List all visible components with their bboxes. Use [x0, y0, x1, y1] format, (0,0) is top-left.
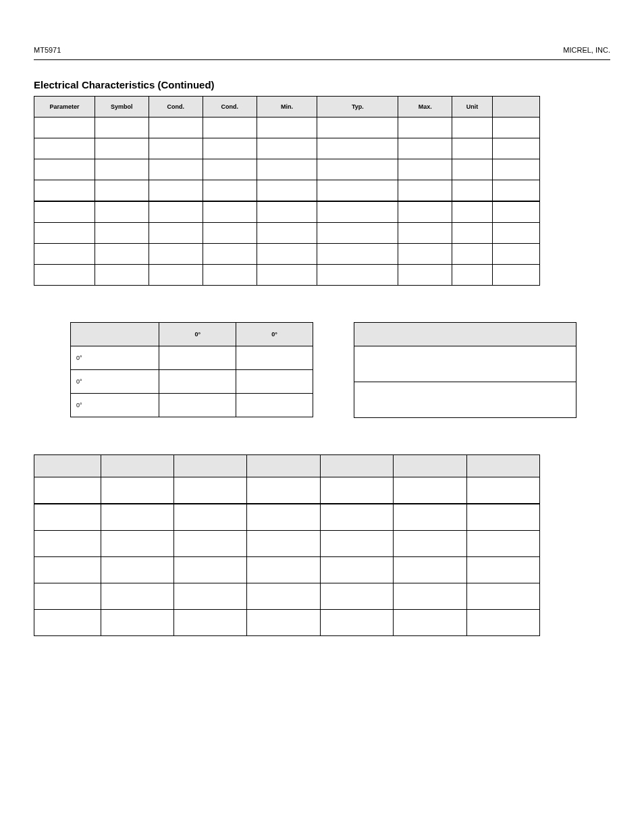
- table-row: [34, 223, 540, 244]
- table-row: 0°: [71, 370, 313, 394]
- table-row: [34, 557, 540, 583]
- th: Min.: [257, 97, 317, 118]
- header-rule: [34, 59, 610, 60]
- page-header: MT5971 MICREL, INC.: [34, 46, 610, 60]
- th: [394, 455, 466, 477]
- th: [320, 455, 393, 477]
- th: [34, 455, 101, 477]
- table-row: [34, 159, 540, 180]
- table-row: [34, 138, 540, 159]
- table-row: [34, 201, 540, 223]
- table-row: [34, 583, 540, 610]
- table-row: [34, 504, 540, 531]
- table-row: [34, 118, 540, 138]
- th: Cond.: [149, 97, 203, 118]
- table-header-row: [354, 323, 576, 346]
- th: Unit: [452, 97, 493, 118]
- th: 0°: [236, 323, 313, 346]
- th: Cond.: [203, 97, 257, 118]
- th: [466, 455, 539, 477]
- table-row: [34, 180, 540, 202]
- temperature-table: 0° 0° 0° 0° 0°: [70, 322, 313, 417]
- th: [101, 455, 173, 477]
- th: Typ.: [317, 97, 398, 118]
- secondary-table: [34, 454, 540, 636]
- electrical-characteristics-table: Parameter Symbol Cond. Cond. Min. Typ. M…: [34, 96, 540, 286]
- header-right: MICREL, INC.: [563, 46, 610, 54]
- table-row: [354, 382, 576, 418]
- th: [247, 455, 320, 477]
- header-left: MT5971: [34, 46, 61, 54]
- note-table: [354, 322, 576, 418]
- th: [173, 455, 246, 477]
- th: [354, 323, 576, 346]
- th: Parameter: [34, 97, 95, 118]
- th: [71, 323, 159, 346]
- th: Symbol: [95, 97, 149, 118]
- table-row: 0°: [71, 394, 313, 417]
- table-row: [34, 265, 540, 286]
- table-row: 0°: [71, 346, 313, 370]
- table-header-row: Parameter Symbol Cond. Cond. Min. Typ. M…: [34, 97, 540, 118]
- table-row: [34, 477, 540, 504]
- table-header-row: [34, 455, 540, 477]
- table-row: [354, 346, 576, 382]
- th: [493, 97, 540, 118]
- page-title: Electrical Characteristics (Continued): [34, 79, 610, 90]
- table-row: [34, 531, 540, 557]
- th: Max.: [398, 97, 452, 118]
- table-row: [34, 610, 540, 636]
- th: 0°: [159, 323, 236, 346]
- table-row: [34, 244, 540, 265]
- table-header-row: 0° 0°: [71, 323, 313, 346]
